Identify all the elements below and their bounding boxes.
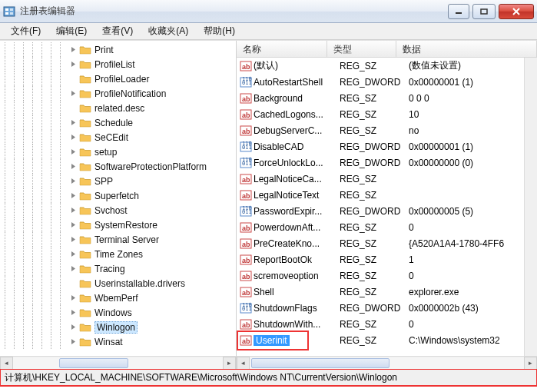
value-name: ShutdownWith... [254, 319, 340, 330]
reg-dword-icon: 011110 [240, 205, 252, 218]
expand-toggle-icon[interactable] [69, 280, 77, 287]
tree-item[interactable]: setup [2, 145, 236, 159]
value-row[interactable]: abCachedLogons...REG_SZ10 [237, 106, 537, 122]
reg-dword-icon: 011110 [240, 157, 252, 169]
value-data: {A520A1A4-1780-4FF6 [409, 238, 537, 249]
expand-toggle-icon[interactable] [69, 236, 77, 244]
value-row[interactable]: abShellREG_SZexplorer.exe [237, 284, 537, 300]
value-row[interactable]: abPowerdownAft...REG_SZ0 [237, 219, 537, 235]
menu-favorites[interactable]: 收藏夹(A) [141, 23, 196, 39]
expand-toggle-icon[interactable] [69, 309, 77, 317]
expand-toggle-icon[interactable] [69, 221, 77, 229]
expand-toggle-icon[interactable] [69, 163, 77, 171]
tree-item[interactable]: Winlogon [2, 320, 236, 334]
tree-item[interactable]: Svchost [2, 203, 236, 218]
tree-item[interactable]: ProfileList [2, 57, 236, 71]
value-row[interactable]: abPreCreateKno...REG_SZ{A520A1A4-1780-4F… [237, 235, 537, 251]
expand-toggle-icon[interactable] [69, 178, 77, 185]
close-button[interactable] [499, 4, 534, 19]
tree-item[interactable]: Terminal Server [2, 232, 236, 247]
folder-icon [79, 264, 91, 274]
window-title: 注册表编辑器 [20, 5, 445, 18]
scroll-left-icon[interactable]: ◂ [0, 357, 13, 370]
value-row[interactable]: abUserinitREG_SZC:\Windows\system32 [237, 332, 537, 348]
tree-item[interactable]: SoftwareProtectionPlatform [2, 159, 236, 174]
tree-item[interactable]: Userinstallable.drivers [2, 276, 236, 291]
value-data: 1 [409, 254, 537, 265]
expand-toggle-icon[interactable] [69, 148, 77, 156]
expand-toggle-icon[interactable] [69, 251, 77, 258]
expand-toggle-icon[interactable] [69, 105, 77, 112]
folder-icon [79, 191, 91, 201]
scroll-right-icon[interactable]: ▸ [223, 357, 236, 370]
registry-tree[interactable]: PrintProfileListProfileLoaderProfileNoti… [0, 41, 236, 356]
expand-toggle-icon[interactable] [69, 207, 77, 214]
expand-toggle-icon[interactable] [69, 134, 77, 141]
expand-toggle-icon[interactable] [69, 46, 77, 54]
scroll-right-icon[interactable]: ▸ [524, 357, 537, 370]
value-row[interactable]: abLegalNoticeCa...REG_SZ [237, 171, 537, 187]
tree-item[interactable]: Time Zones [2, 247, 236, 261]
tree-item[interactable]: Tracing [2, 261, 236, 276]
expand-toggle-icon[interactable] [69, 75, 77, 83]
tree-item[interactable]: SystemRestore [2, 218, 236, 232]
value-row[interactable]: 011110ShutdownFlagsREG_DWORD0x0000002b (… [237, 300, 537, 316]
value-type: REG_SZ [340, 287, 409, 297]
menu-edit[interactable]: 编辑(E) [48, 23, 94, 39]
tree-item[interactable]: SPP [2, 174, 236, 188]
column-name[interactable]: 名称 [237, 41, 327, 57]
expand-toggle-icon[interactable] [69, 265, 77, 273]
value-row[interactable]: abDebugServerC...REG_SZno [237, 122, 537, 138]
list-hscrollbar[interactable]: ◂ ▸ [237, 356, 537, 369]
tree-item[interactable]: Print [2, 42, 236, 57]
value-row[interactable]: 011110PasswordExpir...REG_DWORD0x0000000… [237, 203, 537, 219]
value-row[interactable]: abShutdownWith...REG_SZ0 [237, 316, 537, 332]
tree-item[interactable]: ProfileNotification [2, 86, 236, 101]
tree-item[interactable]: Superfetch [2, 188, 236, 203]
expand-toggle-icon[interactable] [69, 294, 77, 302]
value-name: (默认) [254, 59, 340, 72]
tree-item[interactable]: SeCEdit [2, 130, 236, 145]
folder-icon [79, 176, 91, 187]
expand-toggle-icon[interactable] [69, 61, 77, 68]
maximize-button[interactable] [472, 4, 496, 19]
value-row[interactable]: 011110ForceUnlockLo...REG_DWORD0x0000000… [237, 154, 537, 171]
expand-toggle-icon[interactable] [69, 338, 77, 346]
svg-text:ab: ab [242, 273, 250, 281]
regedit-icon [3, 5, 15, 18]
value-row[interactable]: abReportBootOkREG_SZ1 [237, 251, 537, 267]
value-row[interactable]: 011110DisableCADREG_DWORD0x00000001 (1) [237, 138, 537, 154]
tree-hscrollbar[interactable]: ◂ ▸ [0, 356, 236, 369]
expand-toggle-icon[interactable] [69, 192, 77, 200]
value-type: REG_SZ [340, 190, 409, 201]
scroll-thumb[interactable] [59, 358, 128, 368]
value-row[interactable]: abLegalNoticeTextREG_SZ [237, 187, 537, 203]
expand-toggle-icon[interactable] [69, 119, 77, 127]
value-row[interactable]: ab(默认)REG_SZ(数值未设置) [237, 58, 537, 74]
tree-pane: PrintProfileListProfileLoaderProfileNoti… [0, 41, 237, 369]
folder-icon [79, 205, 91, 216]
scroll-left-icon[interactable]: ◂ [237, 357, 250, 370]
menu-help[interactable]: 帮助(H) [196, 23, 243, 39]
minimize-button[interactable] [448, 4, 469, 19]
tree-item[interactable]: Windows [2, 305, 236, 320]
menu-file[interactable]: 文件(F) [3, 23, 48, 39]
main-content: PrintProfileListProfileLoaderProfileNoti… [0, 40, 537, 369]
menu-view[interactable]: 查看(V) [94, 23, 141, 39]
tree-item[interactable]: WbemPerf [2, 291, 236, 305]
column-type[interactable]: 类型 [327, 41, 396, 57]
reg-dword-icon: 011110 [240, 141, 252, 153]
expand-toggle-icon[interactable] [69, 90, 77, 98]
scroll-thumb[interactable] [251, 358, 389, 368]
tree-item[interactable]: Schedule [2, 115, 236, 130]
value-row[interactable]: 011110AutoRestartShellREG_DWORD0x0000000… [237, 74, 537, 90]
column-data[interactable]: 数据 [396, 41, 537, 57]
expand-toggle-icon[interactable] [69, 324, 77, 331]
value-row[interactable]: abBackgroundREG_SZ0 0 0 [237, 90, 537, 106]
value-list[interactable]: ab(默认)REG_SZ(数值未设置)011110AutoRestartShel… [237, 58, 537, 356]
tree-item[interactable]: Winsat [2, 334, 236, 349]
tree-item[interactable]: ProfileLoader [2, 71, 236, 86]
tree-item[interactable]: related.desc [2, 101, 236, 115]
value-row[interactable]: abscremoveoptionREG_SZ0 [237, 267, 537, 284]
list-vscrollbar[interactable] [524, 58, 537, 356]
